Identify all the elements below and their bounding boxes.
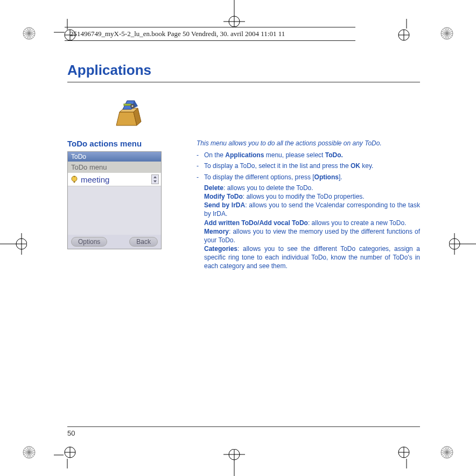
crop-mark-icon	[54, 442, 81, 471]
option-line: Memory: allows you to view the memory us…	[204, 227, 420, 244]
option-line: Send by IrDA: allows you to send the Vca…	[204, 201, 420, 218]
page-content: Applications ToDo actions menu ToDo ToDo…	[67, 62, 420, 271]
title-rule	[67, 82, 420, 82]
page-number: 50	[67, 429, 420, 437]
phone-titlebar: ToDo	[68, 152, 161, 162]
crop-mark-icon	[0, 228, 27, 260]
header-text: 251496749_myX-5-2_lu_en.book Page 50 Ven…	[70, 30, 285, 38]
instruction-item: To display a ToDo, select it in the list…	[197, 162, 420, 170]
svg-rect-75	[124, 104, 131, 106]
crop-mark-icon	[393, 442, 420, 471]
intro-text: This menu allows you to do all the actio…	[197, 139, 420, 148]
svg-marker-70	[116, 112, 137, 125]
phone-subtitle: ToDo menu	[68, 162, 161, 173]
spinner-icon	[151, 174, 159, 184]
softkey-back: Back	[129, 237, 158, 247]
corner-wheel-icon	[22, 26, 37, 41]
footer-rule	[67, 426, 420, 427]
phone-screenshot: ToDo ToDo menu meeting Options Back	[67, 151, 162, 249]
crop-mark-icon	[218, 449, 250, 476]
option-line: Categories: allows you to see the differ…	[204, 244, 420, 271]
section-heading: ToDo actions menu	[67, 139, 180, 148]
crop-mark-icon	[393, 19, 420, 48]
document-header: 251496749_myX-5-2_lu_en.book Page 50 Ven…	[65, 27, 355, 41]
svg-rect-79	[74, 176, 75, 177]
phone-blank-area	[68, 186, 161, 235]
crop-mark-icon	[449, 228, 476, 260]
page-footer: 50	[67, 426, 420, 437]
description-text: This menu allows you to do all the actio…	[197, 139, 420, 271]
svg-point-77	[132, 106, 134, 107]
svg-point-80	[74, 181, 75, 183]
applications-box-icon	[113, 99, 145, 128]
option-line: Add written ToDo/Add vocal ToDo: allows …	[204, 219, 420, 227]
phone-item-label: meeting	[81, 175, 109, 184]
corner-wheel-icon	[439, 445, 454, 460]
crop-mark-icon	[218, 0, 250, 27]
corner-wheel-icon	[439, 26, 454, 41]
reminder-icon	[70, 175, 79, 184]
option-line: Modify ToDo: allows you to modify the To…	[204, 192, 420, 201]
instruction-item: To display the different options, press …	[197, 173, 420, 181]
page-title: Applications	[67, 62, 420, 79]
phone-list-item: meeting	[68, 173, 161, 186]
softkey-options: Options	[71, 237, 107, 247]
corner-wheel-icon	[22, 445, 37, 460]
instruction-item: On the Applications menu, please select …	[197, 151, 420, 159]
option-line: Delete: allows you to delete the ToDo.	[204, 184, 420, 192]
